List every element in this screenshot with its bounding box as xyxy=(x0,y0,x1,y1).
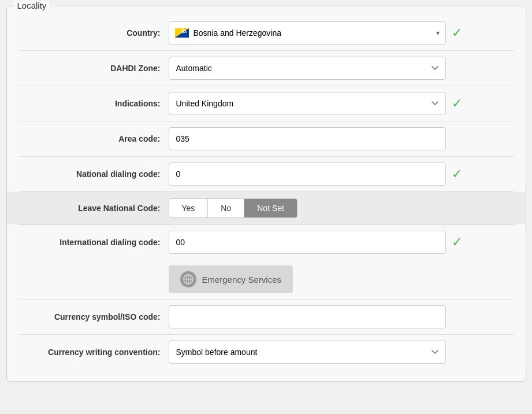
svg-point-6 xyxy=(182,30,183,31)
national-dialing-control-wrap: ✓ xyxy=(169,162,514,186)
currency-convention-control-wrap: Symbol before amount xyxy=(169,341,514,364)
currency-convention-label: Currency writing convention: xyxy=(18,348,169,357)
intl-dialing-input[interactable] xyxy=(169,231,446,254)
fieldset-legend: Locality xyxy=(14,1,50,10)
leave-national-row: Leave National Code: Yes No Not Set xyxy=(7,192,526,224)
country-select[interactable]: Bosnia and Herzegovina xyxy=(189,22,445,44)
svg-point-2 xyxy=(183,29,184,30)
emergency-globe-icon xyxy=(180,271,196,287)
svg-point-7 xyxy=(183,31,184,32)
intl-dialing-valid-icon: ✓ xyxy=(452,235,462,250)
dahdi-control-wrap: Automatic xyxy=(169,57,514,80)
emergency-row: Emergency Services xyxy=(18,260,514,299)
country-select-wrap[interactable]: Bosnia and Herzegovina ▾ xyxy=(169,21,446,45)
national-dialing-label: National dialing code: xyxy=(18,169,169,179)
svg-point-3 xyxy=(184,30,185,31)
areacode-input[interactable] xyxy=(169,127,446,150)
country-flag-icon xyxy=(169,28,189,38)
dahdi-select[interactable]: Automatic xyxy=(169,57,446,80)
svg-point-4 xyxy=(185,31,186,32)
svg-point-9 xyxy=(181,31,183,32)
country-label: Country: xyxy=(18,28,169,38)
leave-national-control-wrap: Yes No Not Set xyxy=(169,198,514,218)
currency-label: Currency symbol/ISO code: xyxy=(18,312,169,321)
emergency-control-wrap: Emergency Services xyxy=(169,265,514,293)
currency-convention-select[interactable]: Symbol before amount xyxy=(169,341,446,364)
toggle-yes-button[interactable]: Yes xyxy=(169,199,209,217)
toggle-notset-button[interactable]: Not Set xyxy=(244,199,297,217)
country-row: Country: xyxy=(18,16,514,50)
national-dialing-input[interactable] xyxy=(169,162,446,186)
emergency-services-button[interactable]: Emergency Services xyxy=(169,265,293,293)
intl-dialing-row: International dialing code: ✓ xyxy=(18,225,514,260)
areacode-label: Area code: xyxy=(18,134,169,143)
dahdi-row: DAHDI Zone: Automatic xyxy=(18,51,514,86)
indications-control-wrap: United Kingdom ✓ xyxy=(169,92,514,115)
currency-input[interactable] xyxy=(169,305,446,328)
emergency-services-label: Emergency Services xyxy=(202,275,282,284)
svg-point-8 xyxy=(184,32,185,33)
leave-national-label: Leave National Code: xyxy=(18,204,169,213)
indications-valid-icon: ✓ xyxy=(452,96,462,111)
svg-point-5 xyxy=(186,32,187,33)
currency-convention-row: Currency writing convention: Symbol befo… xyxy=(18,335,514,369)
indications-select[interactable]: United Kingdom xyxy=(169,92,446,115)
areacode-row: Area code: xyxy=(18,121,514,156)
intl-dialing-control-wrap: ✓ xyxy=(169,231,514,254)
leave-national-toggle-group: Yes No Not Set xyxy=(169,198,297,218)
areacode-control-wrap xyxy=(169,127,514,150)
intl-dialing-label: International dialing code: xyxy=(18,238,169,247)
toggle-no-button[interactable]: No xyxy=(208,199,244,217)
national-dialing-row: National dialing code: ✓ xyxy=(18,157,514,191)
locality-fieldset: Locality Country: xyxy=(6,6,526,382)
national-dialing-valid-icon: ✓ xyxy=(452,167,462,182)
svg-point-10 xyxy=(183,32,184,34)
dahdi-label: DAHDI Zone: xyxy=(18,64,169,73)
indications-label: Indications: xyxy=(18,99,169,108)
indications-row: Indications: United Kingdom ✓ xyxy=(18,86,514,121)
currency-row: Currency symbol/ISO code: xyxy=(18,300,514,334)
country-control-wrap: Bosnia and Herzegovina ▾ ✓ xyxy=(169,21,514,45)
currency-control-wrap xyxy=(169,305,514,328)
country-valid-icon: ✓ xyxy=(452,25,462,40)
